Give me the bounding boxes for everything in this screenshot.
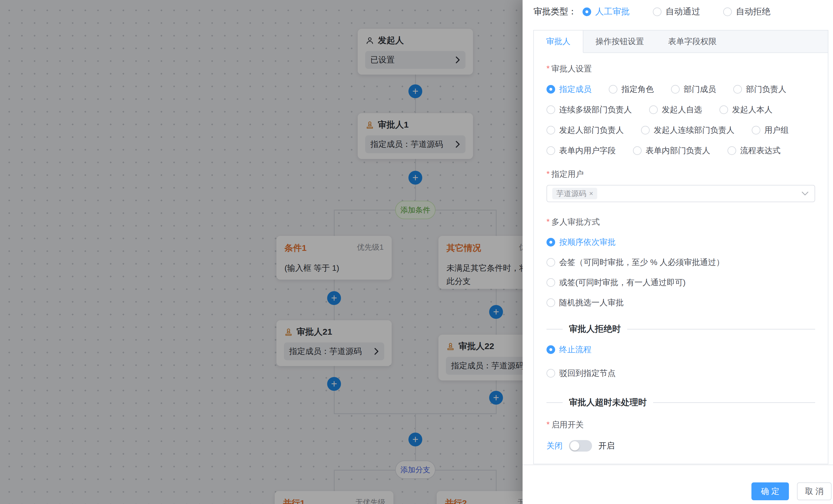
tab-bar: 审批人 操作按钮设置 表单字段权限: [534, 30, 828, 53]
radio-multi-level-dept-leader[interactable]: 连续多级部门负责人: [547, 104, 632, 115]
radio-form-dept-leader[interactable]: 表单内部门负责人: [633, 145, 710, 156]
radio-icon: [609, 85, 617, 94]
radio-terminate-process[interactable]: 终止流程: [547, 344, 815, 355]
radio-countersign[interactable]: 会签（可同时审批，至少 % 人必须审批通过）: [547, 257, 815, 268]
radio-icon: [582, 7, 591, 16]
radio-return-to-node[interactable]: 驳回到指定节点: [547, 368, 815, 379]
radio-icon: [649, 105, 658, 114]
radio-icon: [719, 105, 728, 114]
radio-icon: [547, 258, 555, 267]
approval-type-label: 审批类型：: [533, 6, 577, 18]
reject-options: 终止流程 驳回到指定节点: [547, 344, 815, 379]
radio-form-user-field[interactable]: 表单内用户字段: [547, 145, 616, 156]
radio-icon: [641, 126, 650, 134]
radio-orsign[interactable]: 或签(可同时审批，有一人通过即可): [547, 277, 815, 288]
radio-assign-role[interactable]: 指定角色: [609, 84, 654, 95]
radio-icon: [547, 105, 555, 114]
required-asterisk: *: [547, 421, 550, 429]
settings-tabs-box: 审批人 操作按钮设置 表单字段权限 * 审批人设置 指定成员 指定角色 部门成员…: [533, 30, 828, 464]
radio-assign-member[interactable]: 指定成员: [547, 84, 592, 95]
required-asterisk: *: [547, 65, 550, 73]
cancel-button[interactable]: 取 消: [797, 482, 832, 500]
radio-icon: [547, 345, 555, 354]
radio-icon: [733, 85, 742, 94]
approval-type-row: 审批类型： 人工审批 自动通过 自动拒绝: [533, 6, 770, 18]
enable-toggle[interactable]: [569, 440, 592, 452]
enable-switch-row: 关闭 开启: [547, 440, 815, 452]
tab-form-field-permissions[interactable]: 表单字段权限: [656, 30, 729, 52]
modal-overlay[interactable]: [0, 0, 523, 504]
approver-option-row: 表单内用户字段 表单内部门负责人 流程表达式: [547, 145, 815, 156]
radio-initiator-choose[interactable]: 发起人自选: [649, 104, 702, 115]
radio-dept-member[interactable]: 部门成员: [671, 84, 716, 95]
multi-approve-options: 按顺序依次审批 会签（可同时审批，至少 % 人必须审批通过） 或签(可同时审批，…: [547, 237, 815, 308]
user-tag: 芋道源码 ×: [552, 188, 597, 199]
required-asterisk: *: [547, 218, 550, 226]
radio-auto-reject[interactable]: 自动拒绝: [723, 6, 770, 18]
radio-auto-approve[interactable]: 自动通过: [653, 6, 700, 18]
switch-on-label: 开启: [598, 440, 615, 451]
radio-icon: [547, 146, 555, 155]
radio-random-one[interactable]: 随机挑选一人审批: [547, 297, 815, 308]
radio-manual-approval[interactable]: 人工审批: [582, 6, 630, 18]
assign-user-label: * 指定用户: [547, 169, 815, 180]
radio-icon: [728, 146, 736, 155]
radio-icon: [653, 7, 662, 16]
approver-setting-label: * 审批人设置: [547, 64, 815, 74]
approver-option-row: 指定成员 指定角色 部门成员 部门负责人: [547, 84, 815, 95]
radio-icon: [547, 238, 555, 247]
tab-action-buttons[interactable]: 操作按钮设置: [584, 30, 656, 52]
chevron-down-icon: [801, 191, 809, 196]
toggle-knob: [570, 441, 579, 450]
drawer-footer: 确 定 取 消: [523, 464, 833, 504]
multi-approve-label: * 多人审批方式: [547, 217, 815, 228]
radio-initiator-multi-dept-leader[interactable]: 发起人连续部门负责人: [641, 125, 734, 136]
approver-option-row: 连续多级部门负责人 发起人自选 发起人本人: [547, 104, 815, 115]
radio-sequential-approve[interactable]: 按顺序依次审批: [547, 237, 815, 248]
radio-icon: [547, 369, 555, 378]
radio-user-group[interactable]: 用户组: [752, 125, 789, 136]
radio-icon: [547, 298, 555, 307]
tab-approver[interactable]: 审批人: [534, 30, 584, 53]
timeout-section-divider: 审批人超时未处理时: [547, 397, 815, 408]
radio-icon: [547, 126, 555, 134]
enable-switch-label: * 启用开关: [547, 419, 815, 430]
radio-initiator-self[interactable]: 发起人本人: [719, 104, 772, 115]
radio-icon: [723, 7, 732, 16]
radio-process-expression[interactable]: 流程表达式: [728, 145, 781, 156]
approver-tab-body: * 审批人设置 指定成员 指定角色 部门成员 部门负责人 连续多级部门负责人 发…: [534, 53, 828, 464]
confirm-button[interactable]: 确 定: [752, 482, 789, 500]
radio-icon: [547, 85, 555, 94]
assign-user-select[interactable]: 芋道源码 ×: [547, 185, 815, 202]
radio-icon: [671, 85, 680, 94]
required-asterisk: *: [547, 170, 550, 178]
tag-close-icon[interactable]: ×: [589, 190, 593, 198]
approver-option-row: 发起人部门负责人 发起人连续部门负责人 用户组: [547, 125, 815, 136]
radio-initiator-dept-leader[interactable]: 发起人部门负责人: [547, 125, 624, 136]
radio-icon: [752, 126, 760, 134]
radio-icon: [633, 146, 642, 155]
radio-dept-leader[interactable]: 部门负责人: [733, 84, 786, 95]
approval-flow-designer: 发起人 已设置 + 审批人1 指定成员：芋道源码: [0, 0, 833, 504]
reject-section-divider: 审批人拒绝时: [547, 323, 815, 335]
approver-settings-drawer: 审批类型： 人工审批 自动通过 自动拒绝 审批人 操作按钮设: [523, 0, 833, 504]
switch-off-label: 关闭: [547, 440, 563, 451]
radio-icon: [547, 278, 555, 287]
